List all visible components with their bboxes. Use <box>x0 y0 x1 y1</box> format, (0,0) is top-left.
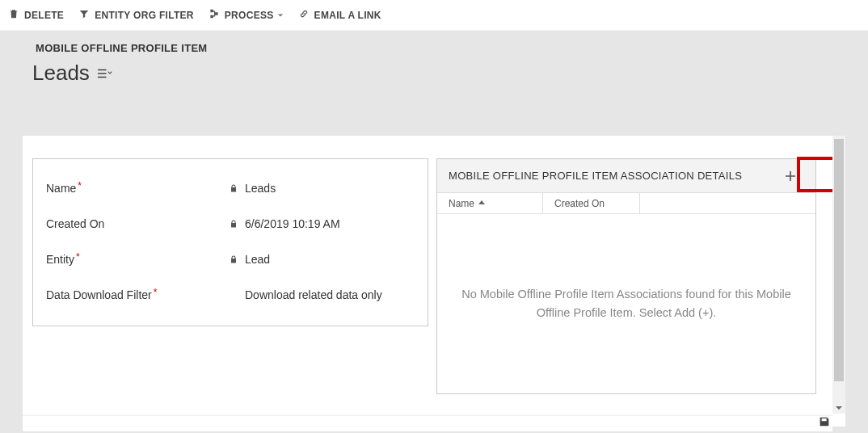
save-icon <box>818 415 831 428</box>
data-download-filter-value-text: Download related data only <box>245 288 382 301</box>
entity-field-label: Entity <box>46 253 229 266</box>
page-body: MOBILE OFFLINE PROFILE ITEM Leads Name L… <box>0 31 868 433</box>
data-download-filter-value[interactable]: Download related data only <box>229 288 382 301</box>
column-header-name[interactable]: Name <box>437 198 542 209</box>
name-field-label: Name <box>46 182 229 195</box>
scrollbar-thumb[interactable] <box>834 139 844 381</box>
name-value-text: Leads <box>245 182 276 195</box>
horizontal-scrollbar[interactable] <box>23 415 832 431</box>
trash-icon <box>8 8 19 22</box>
entity-org-filter-button[interactable]: ENTITY ORG FILTER <box>78 8 194 22</box>
link-icon <box>298 8 310 22</box>
association-body: No Mobile Offline Profile Item Associati… <box>437 214 815 393</box>
column-header-created-on[interactable]: Created On <box>542 193 639 213</box>
scroll-down-arrow[interactable] <box>832 402 845 414</box>
association-title: MOBILE OFFLINE PROFILE ITEM ASSOCIATION … <box>449 170 742 182</box>
lock-icon <box>229 183 238 193</box>
column-name-text: Name <box>449 198 474 209</box>
process-button[interactable]: PROCESS <box>209 8 284 22</box>
lock-icon <box>229 254 238 264</box>
entity-value-text: Lead <box>245 253 270 266</box>
vertical-scrollbar[interactable] <box>832 136 845 414</box>
sort-ascending-icon <box>478 198 486 209</box>
title-row: Leads <box>0 57 868 95</box>
entity-field-value[interactable]: Lead <box>229 253 270 266</box>
breadcrumb: MOBILE OFFLINE PROFILE ITEM <box>0 31 868 57</box>
email-link-button[interactable]: EMAIL A LINK <box>298 8 381 22</box>
page-title: Leads <box>32 61 90 86</box>
command-bar: DELETE ENTITY ORG FILTER PROCESS EMAIL A… <box>0 0 868 31</box>
general-fields-panel: Name Leads Created On 6/6/2019 10:19 AM … <box>32 158 428 326</box>
association-header: MOBILE OFFLINE PROFILE ITEM ASSOCIATION … <box>437 159 815 193</box>
created-on-value-text: 6/6/2019 10:19 AM <box>245 217 340 230</box>
data-download-filter-label: Data Download Filter <box>46 288 229 301</box>
association-empty-message: No Mobile Offline Profile Item Associati… <box>461 285 791 322</box>
process-label: PROCESS <box>225 10 274 21</box>
form-card: Name Leads Created On 6/6/2019 10:19 AM … <box>23 136 845 427</box>
chevron-down-icon <box>277 12 284 19</box>
list-chevron-icon <box>98 68 112 79</box>
name-field-value[interactable]: Leads <box>229 182 276 195</box>
process-icon <box>209 8 220 22</box>
lock-icon <box>229 219 238 229</box>
email-link-label: EMAIL A LINK <box>314 10 381 21</box>
save-button[interactable] <box>815 414 834 430</box>
created-on-field-label: Created On <box>46 217 229 230</box>
delete-button[interactable]: DELETE <box>8 8 64 22</box>
column-header-empty <box>639 193 815 213</box>
column-created-on-text: Created On <box>554 198 605 209</box>
association-columns: Name Created On <box>437 193 815 214</box>
filter-icon <box>78 8 90 22</box>
delete-label: DELETE <box>24 10 64 21</box>
association-details-panel: MOBILE OFFLINE PROFILE ITEM ASSOCIATION … <box>436 158 816 394</box>
add-button[interactable] <box>777 164 804 188</box>
entity-org-filter-label: ENTITY ORG FILTER <box>95 10 194 21</box>
plus-icon <box>783 169 798 183</box>
created-on-field-value[interactable]: 6/6/2019 10:19 AM <box>229 217 340 230</box>
form-selector-button[interactable] <box>98 68 112 79</box>
